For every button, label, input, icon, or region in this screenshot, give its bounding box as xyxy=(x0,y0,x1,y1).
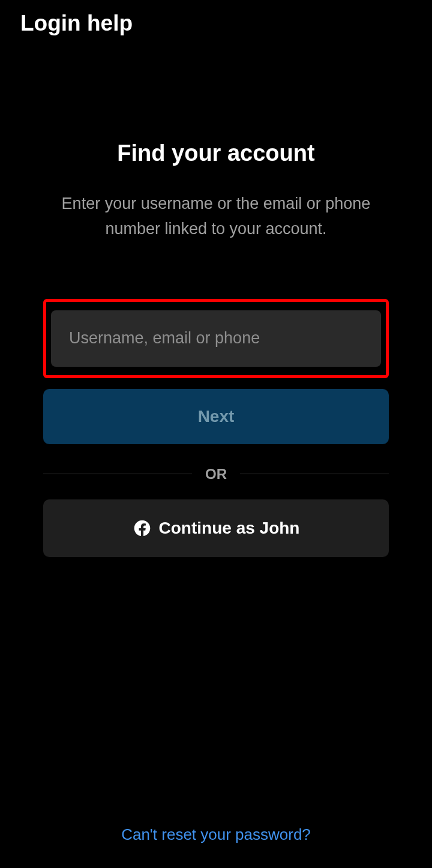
facebook-icon xyxy=(133,519,152,538)
cant-reset-password-link[interactable]: Can't reset your password? xyxy=(121,825,311,843)
divider-line-right xyxy=(240,474,389,474)
or-divider: OR xyxy=(43,466,389,483)
footer: Can't reset your password? xyxy=(0,825,432,844)
continue-with-facebook-button[interactable]: Continue as John xyxy=(43,499,389,557)
divider-text: OR xyxy=(192,466,240,483)
page-title: Login help xyxy=(20,11,412,36)
find-account-heading: Find your account xyxy=(43,140,389,166)
facebook-button-label: Continue as John xyxy=(159,519,300,538)
next-button[interactable]: Next xyxy=(43,389,389,444)
find-account-subheading: Enter your username or the email or phon… xyxy=(43,191,389,242)
username-input[interactable] xyxy=(51,310,381,367)
header: Login help xyxy=(0,0,432,47)
main-content: Find your account Enter your username or… xyxy=(0,140,432,557)
input-highlight-box xyxy=(43,299,389,378)
divider-line-left xyxy=(43,474,192,474)
